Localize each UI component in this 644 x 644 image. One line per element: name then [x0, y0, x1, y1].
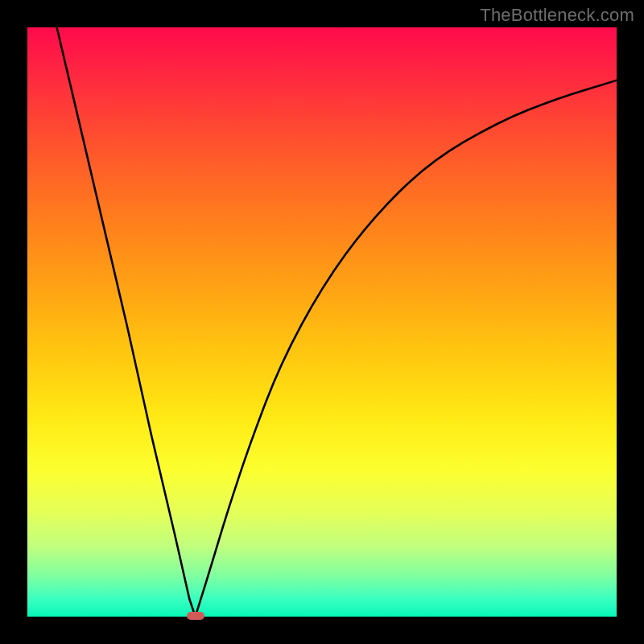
- curve-svg: [27, 27, 617, 617]
- minimum-marker: [187, 612, 204, 620]
- chart-frame: TheBottleneck.com: [0, 0, 644, 644]
- watermark-text: TheBottleneck.com: [480, 5, 634, 26]
- plot-area: [27, 27, 617, 617]
- bottleneck-curve: [57, 27, 617, 617]
